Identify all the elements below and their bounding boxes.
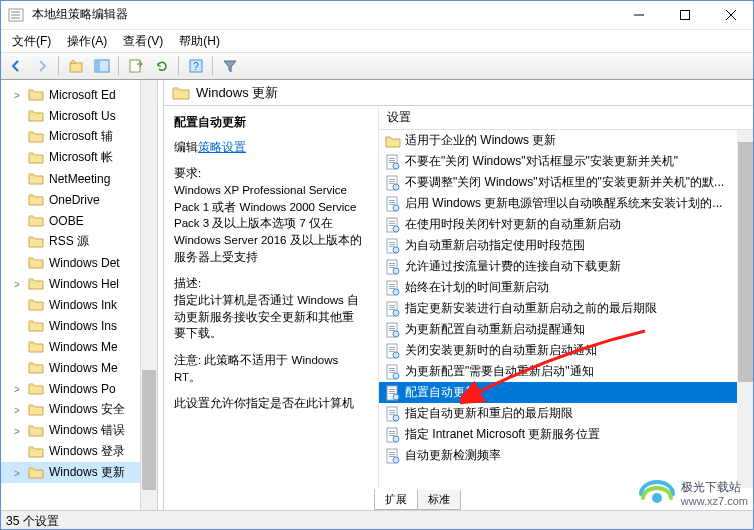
list-item[interactable]: 为更新配置自动重新启动提醒通知	[379, 319, 754, 340]
list-item[interactable]: 允许通过按流量计费的连接自动下载更新	[379, 256, 754, 277]
close-button[interactable]	[708, 0, 754, 30]
expand-icon[interactable]	[14, 342, 24, 352]
tree-item[interactable]: Windows 登录	[0, 441, 157, 462]
expand-icon[interactable]	[14, 174, 24, 184]
scrollbar-thumb[interactable]	[738, 142, 753, 382]
expand-icon[interactable]	[14, 321, 24, 331]
expand-icon[interactable]	[14, 153, 24, 163]
list-item[interactable]: 自动更新检测频率	[379, 445, 754, 466]
expand-icon[interactable]	[14, 447, 24, 457]
list-item-label: 关闭安装更新时的自动重新启动通知	[405, 342, 597, 359]
list-item-label: 自动更新检测频率	[405, 447, 501, 464]
expand-icon[interactable]: >	[14, 384, 24, 394]
expand-icon[interactable]: >	[14, 426, 24, 436]
tab-standard[interactable]: 标准	[417, 490, 461, 510]
tree-item[interactable]: Windows Ins	[0, 315, 157, 336]
svg-rect-16	[389, 160, 395, 161]
titlebar: 本地组策略编辑器	[0, 0, 754, 30]
list-item[interactable]: 不要调整"关闭 Windows"对话框里的"安装更新并关机"的默...	[379, 172, 754, 193]
requirements-label: 要求:	[174, 165, 364, 182]
expand-icon[interactable]: >	[14, 468, 24, 478]
back-button[interactable]	[4, 54, 28, 78]
tree-item[interactable]: OOBE	[0, 210, 157, 231]
expand-icon[interactable]	[14, 300, 24, 310]
tree-item[interactable]: RSS 源	[0, 231, 157, 252]
list-item[interactable]: 始终在计划的时间重新启动	[379, 277, 754, 298]
svg-point-73	[393, 394, 399, 400]
tree-item[interactable]: Windows Det	[0, 252, 157, 273]
list-item-label: 不要调整"关闭 Windows"对话框里的"安装更新并关机"的默...	[405, 174, 724, 191]
tree-scrollbar[interactable]	[140, 80, 157, 510]
tab-extended[interactable]: 扩展	[374, 490, 418, 510]
list-item[interactable]: 启用 Windows 更新电源管理以自动唤醒系统来安装计划的...	[379, 193, 754, 214]
tree-item[interactable]: Microsoft 辅	[0, 126, 157, 147]
list-item[interactable]: 关闭安装更新时的自动重新启动通知	[379, 340, 754, 361]
scrollbar-thumb[interactable]	[142, 370, 156, 490]
expand-icon[interactable]	[14, 363, 24, 373]
expand-icon[interactable]: >	[14, 279, 24, 289]
filter-button[interactable]	[218, 54, 242, 78]
list-item[interactable]: 指定更新安装进行自动重新启动之前的最后期限	[379, 298, 754, 319]
menu-action[interactable]: 操作(A)	[59, 31, 115, 52]
tree-item[interactable]: >Windows Hel	[0, 273, 157, 294]
svg-point-28	[393, 205, 399, 211]
tree-item[interactable]: >Microsoft Ed	[0, 84, 157, 105]
tree-item-label: Windows Po	[49, 382, 116, 396]
list-scrollbar[interactable]	[737, 130, 754, 488]
expand-icon[interactable]	[14, 258, 24, 268]
svg-rect-17	[389, 162, 395, 163]
tree-item[interactable]: >Windows Po	[0, 378, 157, 399]
svg-rect-67	[389, 372, 395, 373]
expand-icon[interactable]	[14, 132, 24, 142]
refresh-button[interactable]	[150, 54, 174, 78]
svg-point-83	[393, 436, 399, 442]
export-button[interactable]	[124, 54, 148, 78]
edit-policy-link[interactable]: 策略设置	[198, 141, 246, 153]
tree-item[interactable]: >Windows 安全	[0, 399, 157, 420]
list-column-header[interactable]: 设置	[379, 106, 754, 130]
tree-item[interactable]: Microsoft Us	[0, 105, 157, 126]
tree-item-label: OOBE	[49, 214, 84, 228]
list-item[interactable]: 为自动重新启动指定使用时段范围	[379, 235, 754, 256]
tree-item[interactable]: OneDrive	[0, 189, 157, 210]
svg-rect-30	[389, 221, 395, 222]
svg-rect-41	[389, 265, 395, 266]
minimize-button[interactable]	[616, 0, 662, 30]
help-button[interactable]: ?	[184, 54, 208, 78]
list-item-folder[interactable]: 适用于企业的 Windows 更新	[379, 130, 754, 151]
list-item[interactable]: 指定自动更新和重启的最后期限	[379, 403, 754, 424]
tree-pane[interactable]: >Microsoft EdMicrosoft UsMicrosoft 辅Micr…	[0, 80, 158, 510]
tree-item[interactable]: >Windows 更新	[0, 462, 157, 483]
toolbar-separator	[212, 56, 214, 76]
up-button[interactable]	[64, 54, 88, 78]
list-item[interactable]: 不要在"关闭 Windows"对话框显示"安装更新并关机"	[379, 151, 754, 172]
menu-help[interactable]: 帮助(H)	[171, 31, 228, 52]
svg-point-58	[393, 331, 399, 337]
menu-view[interactable]: 查看(V)	[115, 31, 171, 52]
list-item[interactable]: 在使用时段关闭针对更新的自动重新启动	[379, 214, 754, 235]
settings-list[interactable]: 适用于企业的 Windows 更新不要在"关闭 Windows"对话框显示"安装…	[379, 130, 754, 488]
expand-icon[interactable]: >	[14, 405, 24, 415]
list-item-label: 为更新配置自动重新启动提醒通知	[405, 321, 585, 338]
show-hide-tree-button[interactable]	[90, 54, 114, 78]
list-item[interactable]: 指定 Intranet Microsoft 更新服务位置	[379, 424, 754, 445]
list-item[interactable]: 为更新配置"需要自动重新启动"通知	[379, 361, 754, 382]
expand-icon[interactable]	[14, 216, 24, 226]
tree-item[interactable]: Windows Ink	[0, 294, 157, 315]
expand-icon[interactable]	[14, 195, 24, 205]
list-item[interactable]: 配置自动更新	[379, 382, 754, 403]
tree-item[interactable]: >Windows 错误	[0, 420, 157, 441]
svg-rect-56	[389, 328, 395, 329]
expand-icon[interactable]: >	[14, 90, 24, 100]
maximize-button[interactable]	[662, 0, 708, 30]
tree-item[interactable]: Windows Me	[0, 336, 157, 357]
expand-icon[interactable]	[14, 237, 24, 247]
svg-rect-45	[389, 284, 395, 285]
menu-file[interactable]: 文件(F)	[4, 31, 59, 52]
tree-item[interactable]: Microsoft 帐	[0, 147, 157, 168]
forward-button[interactable]	[30, 54, 54, 78]
expand-icon[interactable]	[14, 111, 24, 121]
tree-item[interactable]: Windows Me	[0, 357, 157, 378]
tree-item[interactable]: NetMeeting	[0, 168, 157, 189]
svg-point-23	[393, 184, 399, 190]
